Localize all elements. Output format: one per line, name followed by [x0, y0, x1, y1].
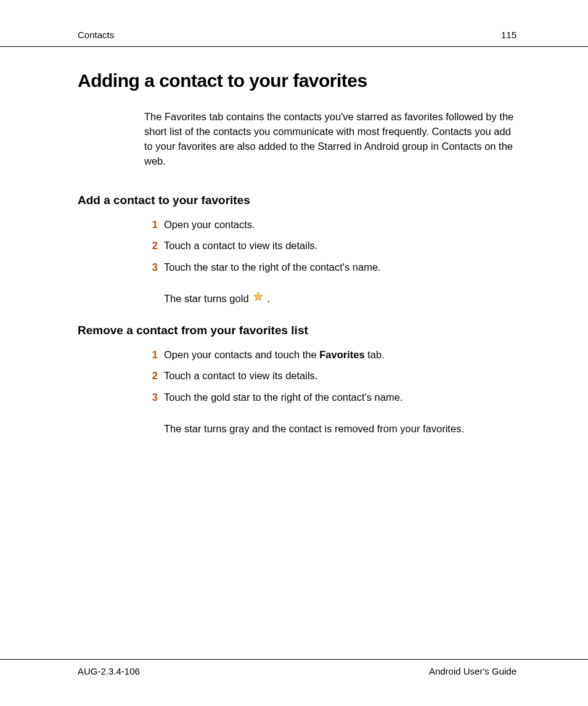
list-item: 1 Open your contacts and touch the Favor…: [144, 347, 517, 363]
step-text: Touch the star to the right of the conta…: [164, 260, 517, 275]
step-text-prefix: Open your contacts and touch the: [164, 349, 319, 360]
footer-left: AUG-2.3.4-106: [78, 666, 140, 676]
step-text: Open your contacts.: [164, 217, 517, 232]
step-number: 2: [144, 238, 158, 253]
footer-right: Android User's Guide: [429, 666, 517, 676]
main-heading: Adding a contact to your favorites: [78, 70, 517, 91]
step-number: 3: [144, 260, 158, 275]
star-icon: [253, 291, 264, 306]
subline-suffix: .: [267, 291, 271, 306]
step-text-suffix: tab.: [365, 349, 385, 360]
list-item: 3 Touch the gold star to the right of th…: [144, 390, 517, 405]
section1-subline: The star turns gold .: [164, 291, 517, 306]
header-section: Contacts: [78, 30, 114, 40]
section2-subline: The star turns gray and the contact is r…: [164, 421, 517, 437]
section2-heading: Remove a contact from your favorites lis…: [78, 324, 517, 337]
list-item: 3 Touch the star to the right of the con…: [144, 260, 517, 275]
step-text: Touch a contact to view its details.: [164, 238, 517, 253]
page-header: Contacts 115: [0, 0, 588, 47]
section1-heading: Add a contact to your favorites: [78, 194, 517, 207]
page-footer: AUG-2.3.4-106 Android User's Guide: [0, 659, 588, 676]
step-number: 2: [144, 368, 158, 384]
step-number: 1: [144, 347, 158, 363]
header-page-number: 115: [501, 30, 517, 40]
step-text: Open your contacts and touch the Favorit…: [164, 347, 517, 363]
intro-paragraph: The Favorites tab contains the contacts …: [144, 110, 517, 169]
section2-steps: 1 Open your contacts and touch the Favor…: [144, 347, 517, 405]
section1-steps: 1 Open your contacts. 2 Touch a contact …: [144, 217, 517, 275]
step-text: Touch the gold star to the right of the …: [164, 390, 517, 405]
list-item: 2 Touch a contact to view its details.: [144, 238, 517, 253]
step-text: Touch a contact to view its details.: [164, 368, 517, 384]
step-number: 3: [144, 390, 158, 405]
step-text-bold: Favorites: [319, 349, 364, 360]
step-number: 1: [144, 217, 158, 232]
subline-prefix: The star turns gold: [164, 291, 249, 306]
page-content: Adding a contact to your favorites The F…: [0, 47, 588, 437]
subline-text: The star turns gray and the contact is r…: [164, 421, 464, 437]
list-item: 2 Touch a contact to view its details.: [144, 368, 517, 384]
list-item: 1 Open your contacts.: [144, 217, 517, 232]
